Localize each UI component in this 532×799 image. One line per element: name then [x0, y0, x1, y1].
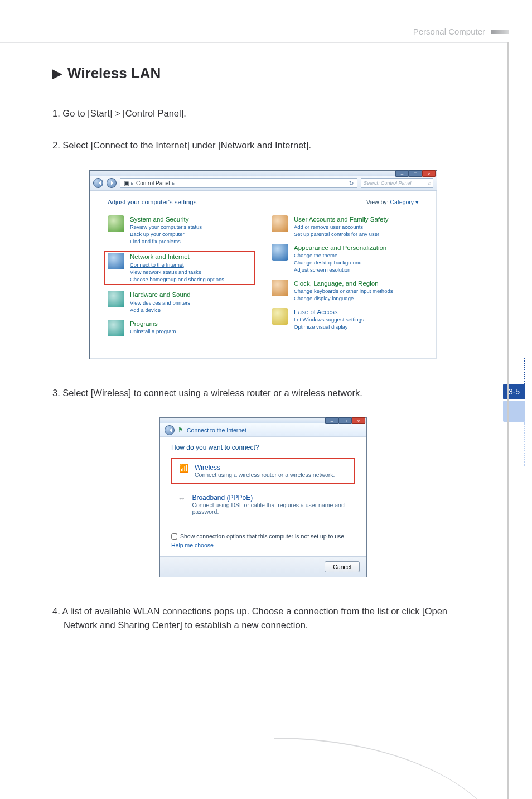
- option-broadband[interactable]: ↔ Broadband (PPPoE) Connect using DSL or…: [171, 489, 355, 519]
- dlg-strip: ⚑ Connect to the Internet: [160, 423, 366, 437]
- connect-dialog: – □ x ⚑ Connect to the Internet How do y…: [159, 417, 367, 577]
- header-label: Personal Computer: [413, 27, 485, 36]
- dlg-titlebar: – □ x: [160, 418, 366, 423]
- cp-link[interactable]: Find and fix problems: [130, 238, 181, 244]
- adjust-label: Adjust your computer's settings: [108, 199, 196, 205]
- cp-link[interactable]: Adjust screen resolution: [294, 267, 350, 273]
- cp-link[interactable]: Let Windows suggest settings: [294, 316, 364, 323]
- monitor-icon: [272, 244, 288, 261]
- cp-body: Adjust your computer's settings View by:…: [90, 191, 437, 359]
- cp-item-system-security[interactable]: System and Security Review your computer…: [108, 215, 255, 246]
- dlg-body: How do you want to connect? 📶 Wireless C…: [160, 437, 366, 577]
- connect-icon: ⚑: [178, 426, 183, 434]
- cp-link[interactable]: Change desktop background: [294, 259, 361, 266]
- section-heading: ▶ Wireless LAN: [52, 65, 474, 82]
- arrow-icon: ▶: [52, 66, 62, 81]
- section-title: Wireless LAN: [67, 65, 161, 82]
- window-controls: – □ x: [395, 170, 436, 177]
- ease-icon: [272, 308, 288, 325]
- option-subtitle: Connect using a wireless router or a wir…: [195, 471, 335, 478]
- cp-toolbar: ▣ ▸ Control Panel ▸ ↻ Search Control Pan…: [90, 176, 437, 191]
- cp-link[interactable]: Change keyboards or other input methods: [294, 288, 393, 294]
- dlg-button-row: Cancel: [160, 556, 366, 577]
- side-dots-bottom: [524, 422, 525, 466]
- control-panel-window: – □ x ▣ ▸ Control Panel ▸ ↻ Search Contr…: [89, 170, 437, 359]
- cancel-button[interactable]: Cancel: [325, 561, 360, 572]
- cp-item-programs[interactable]: Programs Uninstall a program: [108, 320, 255, 336]
- printer-icon: [108, 291, 124, 307]
- breadcrumb-label: Control Panel: [136, 180, 170, 186]
- cp-link[interactable]: Optimize visual display: [294, 324, 348, 330]
- cp-item-user-accounts[interactable]: User Accounts and Family Safety Add or r…: [272, 215, 419, 238]
- clock-icon: [272, 280, 288, 296]
- step-1: 1. Go to [Start] > [Control Panel].: [52, 107, 474, 121]
- cp-head-row: Adjust your computer's settings View by:…: [108, 199, 419, 205]
- close-button[interactable]: x: [352, 417, 365, 424]
- view-by: View by: Category ▾: [366, 199, 419, 205]
- step-3: 3. Select [Wireless] to connect using a …: [52, 386, 474, 400]
- header-decor-bar: [491, 30, 509, 34]
- broadband-icon: ↔: [177, 494, 186, 503]
- dlg-question: How do you want to connect?: [171, 444, 355, 451]
- cp-link[interactable]: Uninstall a program: [130, 328, 176, 334]
- cp-link[interactable]: Add or remove user accounts: [294, 224, 363, 230]
- cp-link[interactable]: Review your computer's status: [130, 224, 202, 230]
- breadcrumb-icon: ▣: [124, 180, 129, 186]
- cp-titlebar: – □ x: [90, 171, 437, 176]
- step-2: 2. Select [Connect to the Internet] unde…: [52, 138, 474, 152]
- cp-link-connect-internet[interactable]: Connect to the Internet: [130, 262, 184, 268]
- cp-grid: System and Security Review your computer…: [108, 215, 419, 336]
- option-title: Broadband (PPPoE): [192, 494, 350, 502]
- window-controls: – □ x: [325, 417, 365, 424]
- users-icon: [272, 215, 288, 232]
- cp-link[interactable]: Change the theme: [294, 252, 337, 258]
- shield-icon: [108, 215, 124, 232]
- step-4: 4. A list of available WLAN connections …: [52, 604, 474, 632]
- programs-icon: [108, 320, 124, 336]
- minimize-button[interactable]: –: [395, 170, 409, 177]
- cp-link[interactable]: Choose homegroup and sharing options: [130, 276, 224, 282]
- nav-back-button[interactable]: [165, 425, 175, 435]
- cp-title: Hardware and Sound: [130, 291, 191, 300]
- cp-link[interactable]: View devices and printers: [130, 300, 190, 306]
- help-me-choose-link[interactable]: Help me choose: [171, 542, 355, 548]
- cp-link[interactable]: Set up parental controls for any user: [294, 231, 379, 237]
- view-by-value[interactable]: Category ▾: [390, 199, 419, 205]
- breadcrumb[interactable]: ▣ ▸ Control Panel ▸ ↻: [120, 178, 357, 188]
- page-header: Personal Computer: [413, 27, 509, 36]
- show-options-checkbox[interactable]: [171, 533, 177, 540]
- minimize-button[interactable]: –: [325, 417, 338, 424]
- cp-item-network-internet[interactable]: Network and Internet Connect to the Inte…: [104, 251, 255, 285]
- cp-title: Ease of Access: [294, 308, 364, 317]
- maximize-button[interactable]: □: [409, 170, 422, 177]
- cp-item-appearance[interactable]: Appearance and Personalization Change th…: [272, 244, 419, 274]
- show-options-label: Show connection options that this comput…: [180, 533, 344, 540]
- show-options-row: Show connection options that this comput…: [171, 533, 355, 540]
- globe-icon: [108, 253, 124, 269]
- maximize-button[interactable]: □: [338, 417, 352, 424]
- nav-forward-button[interactable]: [107, 178, 117, 188]
- search-input[interactable]: Search Control Panel ⌕: [361, 178, 433, 188]
- cp-item-clock-language[interactable]: Clock, Language, and Region Change keybo…: [272, 280, 419, 302]
- option-wireless[interactable]: 📶 Wireless Connect using a wireless rout…: [171, 458, 355, 484]
- cp-link[interactable]: Change display language: [294, 295, 354, 301]
- cp-item-hardware-sound[interactable]: Hardware and Sound View devices and prin…: [108, 291, 255, 314]
- cp-title: System and Security: [130, 215, 202, 224]
- cp-title: Clock, Language, and Region: [294, 280, 393, 288]
- cp-title: Programs: [130, 320, 176, 329]
- option-subtitle: Connect using DSL or cable that requires…: [192, 502, 350, 515]
- wireless-icon: 📶: [178, 464, 189, 473]
- cp-link[interactable]: View network status and tasks: [130, 269, 201, 275]
- cp-title: Network and Internet: [130, 253, 224, 262]
- close-button[interactable]: x: [422, 170, 436, 177]
- cp-link[interactable]: Back up your computer: [130, 231, 185, 237]
- nav-back-button[interactable]: [93, 178, 103, 188]
- cp-link[interactable]: Add a device: [130, 307, 161, 313]
- refresh-icon[interactable]: ↻: [349, 180, 354, 186]
- cp-title: User Accounts and Family Safety: [294, 215, 388, 224]
- content-area: ▶ Wireless LAN 1. Go to [Start] > [Contr…: [3, 42, 509, 799]
- dlg-strip-label: Connect to the Internet: [187, 427, 246, 434]
- option-title: Wireless: [195, 464, 335, 471]
- cp-title: Appearance and Personalization: [294, 244, 386, 253]
- cp-item-ease-of-access[interactable]: Ease of Access Let Windows suggest setti…: [272, 308, 419, 331]
